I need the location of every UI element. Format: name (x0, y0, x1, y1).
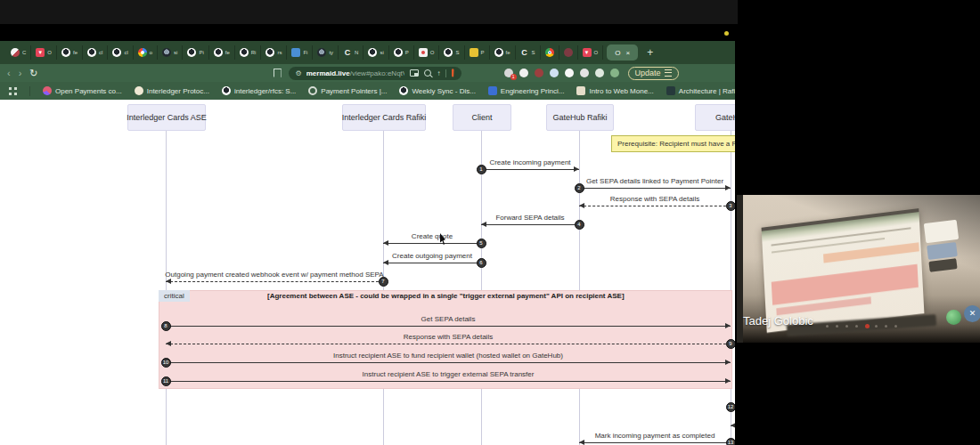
browser-tab[interactable]: S (516, 45, 541, 60)
tab-label: o (150, 50, 152, 55)
browser-tab[interactable]: Fi (287, 45, 313, 60)
tab-label: Ri (251, 50, 257, 55)
maroon-dot-favicon-icon (564, 48, 573, 57)
extension-4-icon[interactable] (550, 69, 559, 77)
tab-label: O (594, 50, 599, 55)
browser-tab[interactable]: P (465, 45, 490, 60)
browser-tab[interactable]: Ri (235, 45, 262, 60)
browser-tab[interactable] (559, 45, 578, 60)
active-tab[interactable]: O × (607, 44, 638, 61)
active-tab-label: O (615, 49, 620, 57)
message-label: Create incoming payment (352, 158, 708, 166)
bookmark-item[interactable]: Open Payments co... (43, 86, 122, 95)
arrowhead-icon (383, 260, 388, 265)
brave-shield-icon[interactable] (452, 69, 454, 77)
bookmark-item[interactable]: Weekly Sync - Dis... (399, 86, 475, 95)
browser-tab[interactable]: ty (313, 45, 339, 60)
browser-tab[interactable]: si (363, 45, 388, 60)
bookmark-icon[interactable] (274, 69, 282, 77)
tab-label: S (455, 50, 459, 55)
participant-name-label: Tadej Golobic (743, 314, 813, 328)
message-number-badge: 12 (726, 402, 736, 412)
bookmark-item[interactable]: Engineering Princi... (488, 86, 565, 95)
bookmark-item[interactable]: Architecture | Rafiki (666, 86, 735, 95)
extension-1-icon[interactable]: 1 (504, 69, 513, 77)
share-icon[interactable]: ↑ (437, 69, 440, 77)
v-logo-favicon-icon (36, 48, 45, 57)
github-favicon-icon (444, 48, 453, 57)
browser-tab[interactable]: fe (209, 45, 235, 60)
message-line (481, 224, 579, 225)
zoom-icon[interactable] (424, 69, 431, 77)
update-button[interactable]: Update (628, 67, 679, 80)
apps-grid-icon[interactable] (9, 87, 17, 95)
blue-square-favicon-icon (291, 48, 300, 57)
github-favicon-icon (214, 48, 223, 57)
extension-6-icon[interactable] (580, 69, 589, 77)
tab-label: O (430, 50, 435, 55)
browser-tab[interactable]: o (134, 45, 158, 60)
message-label: Outgoing payment created webhook event w… (96, 271, 453, 279)
bookmark-item[interactable]: Intro to Web Mone... (576, 86, 653, 95)
address-bar[interactable]: ⚙ mermaid.live/view#pako:eNqtVk1v2kAQ_Su… (289, 67, 461, 80)
bookmarks-bar: Open Payments co...Interledger Protoc...… (0, 82, 735, 100)
actor-box: GateHub Rafiki (546, 104, 614, 131)
browser-tab[interactable]: O (31, 45, 57, 60)
extension-8-icon[interactable] (610, 69, 619, 77)
bookmark-label: Interledger Protoc... (147, 87, 209, 95)
message-line (579, 206, 731, 206)
new-tab-button[interactable]: + (647, 46, 653, 59)
message-number-badge: 8 (161, 321, 171, 331)
bookmark-item[interactable]: Interledger Protoc... (135, 86, 209, 95)
actor-box: Interledger Cards ASE (127, 104, 206, 131)
tab-label: P (405, 50, 409, 55)
bookmark-item[interactable]: Payment Pointers |... (308, 86, 387, 95)
tab-close-icon[interactable]: × (625, 49, 630, 57)
browser-tab[interactable]: O (578, 45, 604, 60)
tab-label: Fi (303, 50, 307, 55)
bookmark-item[interactable]: interledger/rfcs: S... (222, 86, 296, 95)
message-label: Create outgoing payment (254, 252, 610, 260)
browser-tab[interactable]: O (414, 45, 440, 60)
arrowhead-icon (725, 360, 731, 365)
browser-tab[interactable]: fe (490, 45, 516, 60)
message-label: Response with SEPA details (270, 333, 626, 341)
tab-label: fe (506, 50, 510, 55)
url-text[interactable]: mermaid.live/view#pako:eNqtVk1v2kAQ_Suj7… (306, 69, 405, 77)
extension-7-icon[interactable] (595, 69, 604, 77)
browser-tab[interactable]: Pi (183, 45, 208, 60)
extension-2-icon[interactable] (519, 69, 528, 77)
browser-tab[interactable]: C (6, 45, 31, 60)
github-favicon-icon (187, 48, 196, 57)
webcam-video-tile: Tadej Golobic ✕ (737, 195, 980, 343)
tab-label: P (481, 50, 485, 55)
reaction-emoji-icon[interactable] (946, 310, 961, 325)
browser-tab[interactable]: N (339, 45, 363, 60)
message-line (166, 381, 731, 382)
extension-3-icon[interactable] (535, 69, 543, 77)
extension-5-icon[interactable] (565, 69, 574, 77)
tab-label: rs (277, 50, 282, 55)
projected-dock-dot (855, 325, 858, 328)
bookmark-label: Architecture | Rafiki (679, 87, 735, 95)
projected-dock-dot (836, 325, 838, 328)
site-settings-icon[interactable]: ⚙ (296, 69, 302, 77)
browser-tab[interactable]: S (439, 45, 464, 60)
browser-tab[interactable]: cl (108, 45, 133, 60)
browser-tab[interactable]: si (158, 45, 183, 60)
github-favicon-icon (368, 48, 377, 57)
media-controls-icon[interactable] (410, 69, 419, 77)
close-reaction-icon[interactable]: ✕ (964, 305, 980, 322)
browser-tab[interactable]: rs (261, 45, 287, 60)
browser-tab[interactable]: P (389, 45, 414, 60)
browser-tab[interactable] (541, 45, 559, 60)
reload-icon[interactable]: ↻ (29, 69, 37, 78)
back-icon[interactable]: ‹ (7, 69, 11, 78)
forward-icon[interactable]: › (19, 69, 22, 78)
message-line (383, 243, 481, 244)
url-domain: mermaid.live (306, 69, 350, 77)
browser-tab[interactable]: fe (57, 45, 83, 60)
browser-tab[interactable]: cl (83, 45, 108, 60)
arrowhead-icon (579, 440, 584, 445)
arrowhead-icon (383, 240, 388, 246)
